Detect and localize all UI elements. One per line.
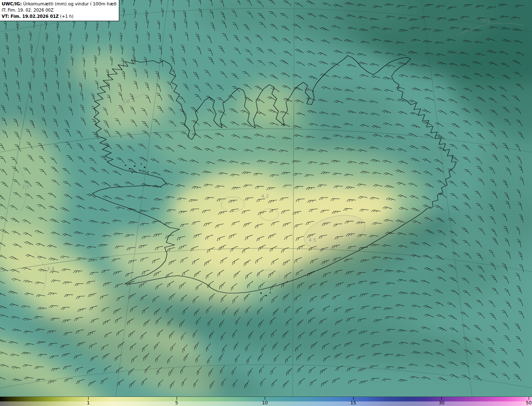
colorbar-tick-label: 15 [350,400,356,406]
contour-label: 3.0 [122,99,130,104]
colorbar-tick-label: 50 [526,400,532,406]
colorbar-tick [265,397,265,400]
contour-label: 4.5 [309,237,316,243]
valid-time: VT: Fim. 19.02.2026 01Z [2,14,59,19]
weather-map-page: UWC/IG: Úrkomumætti (mm) og vindur í 100… [0,0,532,406]
contour-label: 2.5 [22,184,30,190]
map-title-box: UWC/IG: Úrkomumætti (mm) og vindur í 100… [0,0,119,21]
colorbar-tick [88,397,89,400]
colorbar-tick-label: 1 [87,400,90,406]
colorbar-tick-label: 10 [262,400,268,406]
product-title-line: UWC/IG: Úrkomumætti (mm) og vindur í 100… [2,1,116,7]
contour-label: 7.5 [304,86,311,91]
product-title: Úrkomumætti (mm) og vindur í 100m hæð [23,1,116,6]
colorbar-tick [441,397,442,400]
colorbar-tick [353,397,354,400]
valid-time-offset: (+1 h) [60,14,74,19]
map-canvas [0,0,532,406]
init-time-line: IT: Fim. 19. 02. 2026 00Z [2,7,116,13]
contour-label: 3.4 [47,266,54,271]
colorbar-tick-label: 5 [175,400,178,406]
valid-time-line: VT: Fim. 19.02.2026 01Z (+1 h) [2,13,116,20]
product-label: UWC/IG: [2,1,22,6]
init-time: IT: Fim. 19. 02. 2026 00Z [2,8,54,12]
contour-label: 4.2 [261,193,269,199]
colorbar-tick [529,397,529,400]
colorbar: 1510153050 [0,396,532,406]
colorbar-tick-label: 30 [438,400,444,406]
colorbar-tick [177,397,177,400]
contour-label: 7.5 [483,18,490,24]
